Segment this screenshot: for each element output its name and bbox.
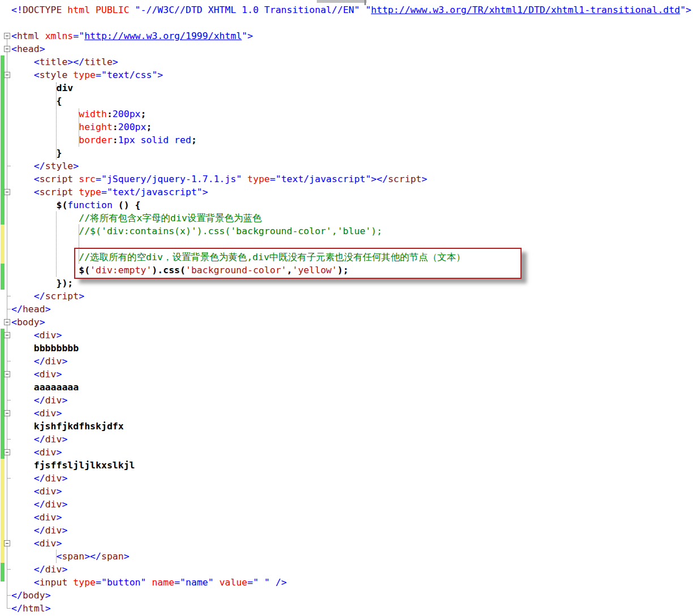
- code-token: {: [11, 96, 62, 106]
- code-token: >: [57, 486, 62, 497]
- code-token: [11, 161, 34, 171]
- code-token: <: [34, 538, 40, 549]
- code-line[interactable]: <span></span>: [0, 550, 130, 563]
- code-line[interactable]: <head>: [0, 42, 45, 55]
- code-token: </: [34, 161, 45, 171]
- code-line[interactable]: <div>: [0, 407, 62, 420]
- code-line[interactable]: fjsffsljljlkxslkjl: [0, 459, 135, 472]
- code-token: [11, 70, 34, 80]
- code-line[interactable]: <div>: [0, 329, 62, 342]
- code-token: [11, 473, 34, 484]
- code-token: <: [56, 551, 62, 562]
- code-line[interactable]: </div>: [0, 472, 67, 485]
- code-token: </: [34, 525, 45, 536]
- code-line[interactable]: <div>: [0, 446, 62, 459]
- code-line[interactable]: <script src="jSquery/jquery-1.7.1.js" ty…: [0, 173, 427, 186]
- code-token: [11, 525, 34, 536]
- code-token: html: [23, 603, 45, 614]
- code-line[interactable]: <html xmlns="http://www.w3.org/1999/xhtm…: [0, 29, 253, 42]
- code-token: [11, 369, 34, 380]
- code-line[interactable]: }: [0, 147, 62, 160]
- code-token: ="text/css": [96, 70, 157, 80]
- code-token: [11, 122, 79, 132]
- code-token: html PUBLIC: [67, 5, 129, 15]
- code-line[interactable]: </head>: [0, 303, 51, 316]
- code-line[interactable]: </body>: [0, 589, 51, 602]
- code-line[interactable]: });: [0, 277, 73, 290]
- code-line[interactable]: <script type="text/javascript">: [0, 186, 208, 199]
- code-line[interactable]: </div>: [0, 498, 67, 511]
- code-line[interactable]: </script>: [0, 290, 84, 303]
- code-token: </: [34, 434, 45, 445]
- code-token: ;: [146, 122, 152, 132]
- code-token: [11, 408, 34, 419]
- code-token: span: [101, 551, 124, 562]
- code-line[interactable]: <div>: [0, 537, 62, 550]
- code-token: <: [11, 44, 17, 54]
- code-token: =" ": [247, 577, 270, 588]
- code-line[interactable]: $(function () {: [0, 199, 141, 212]
- code-line[interactable]: //$('div:contains(x)').css('background-c…: [0, 225, 382, 238]
- code-token: >: [57, 447, 62, 458]
- code-line[interactable]: <body>: [0, 316, 45, 329]
- code-line[interactable]: <div>: [0, 485, 62, 498]
- code-token: >: [57, 369, 62, 380]
- code-token: [11, 252, 79, 262]
- code-line[interactable]: </div>: [0, 355, 67, 368]
- code-line[interactable]: width:200px;: [0, 107, 146, 120]
- code-token: :: [107, 109, 113, 119]
- code-token: ">: [242, 31, 253, 41]
- code-line[interactable]: <title></title>: [0, 55, 118, 68]
- code-token: ="text/javascript": [270, 174, 371, 184]
- code-token: [62, 5, 67, 15]
- code-token: ": [365, 5, 371, 15]
- code-line[interactable]: </div>: [0, 563, 67, 576]
- code-line[interactable]: [0, 16, 11, 29]
- code-token: >: [124, 551, 130, 562]
- code-line[interactable]: <style type="text/css">: [0, 68, 163, 81]
- code-line[interactable]: div: [0, 81, 73, 94]
- code-token: [11, 499, 34, 510]
- code-line[interactable]: <div>: [0, 511, 62, 524]
- code-token: div: [40, 447, 57, 458]
- code-token: >: [57, 512, 62, 523]
- code-line[interactable]: height:200px;: [0, 120, 152, 133]
- code-token: [11, 187, 34, 197]
- code-token: div: [40, 486, 57, 497]
- code-line[interactable]: border:1px solid red;: [0, 133, 197, 147]
- code-line[interactable]: </div>: [0, 524, 67, 537]
- code-token: >: [62, 473, 67, 484]
- code-line[interactable]: </div>: [0, 394, 67, 407]
- code-token: <!: [11, 5, 23, 15]
- code-token: [11, 109, 79, 119]
- code-token: http://www.w3.org/1999/xhtml: [84, 31, 242, 41]
- code-token: [11, 330, 34, 341]
- code-token: [214, 577, 219, 588]
- code-line[interactable]: [0, 238, 11, 251]
- code-token: //$('div:contains(x)').css('background-c…: [79, 226, 382, 236]
- code-token: [67, 70, 73, 80]
- code-token: [40, 31, 45, 41]
- code-line[interactable]: kjshfjkdfhskjdfx: [0, 420, 124, 433]
- code-token: DOCTYPE: [23, 5, 62, 15]
- code-area[interactable]: <!DOCTYPE html PUBLIC "-//W3C//DTD XHTML…: [0, 0, 693, 616]
- code-token: [67, 577, 73, 588]
- code-token: >: [45, 304, 51, 315]
- code-token: width: [79, 109, 107, 119]
- code-token: </: [11, 603, 23, 614]
- code-token: >: [421, 174, 427, 184]
- code-line[interactable]: //将所有包含x字母的div设置背景色为蓝色: [0, 212, 262, 225]
- code-line[interactable]: <input type="button" name="name" value="…: [0, 576, 287, 589]
- code-line[interactable]: </html>: [0, 602, 51, 615]
- code-token: bbbbbbbb: [11, 343, 79, 354]
- code-line[interactable]: </style>: [0, 160, 79, 173]
- code-line[interactable]: {: [0, 94, 62, 107]
- code-token: [73, 187, 79, 197]
- code-token: ="button": [96, 577, 146, 588]
- code-line[interactable]: aaaaaaaa: [0, 381, 79, 394]
- code-line[interactable]: <!DOCTYPE html PUBLIC "-//W3C//DTD XHTML…: [0, 3, 691, 16]
- code-line[interactable]: bbbbbbbb: [0, 342, 79, 355]
- code-line[interactable]: </div>: [0, 433, 67, 446]
- code-line[interactable]: <div>: [0, 368, 62, 381]
- code-token: ="text/javascript": [101, 187, 203, 197]
